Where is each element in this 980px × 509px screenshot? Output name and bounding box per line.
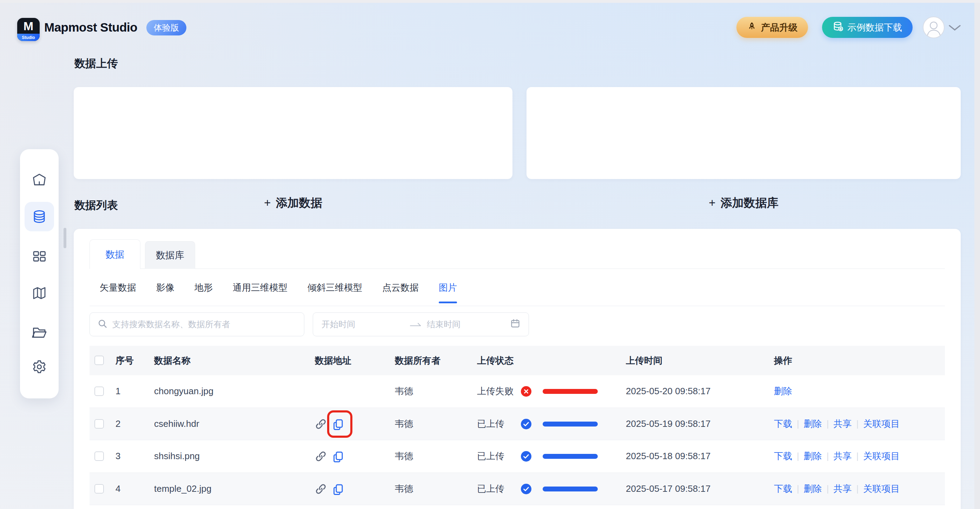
subtab-0[interactable]: 矢量数据 (100, 280, 136, 296)
select-all-checkbox[interactable] (94, 356, 104, 365)
logo-sub-label: Studio (17, 34, 40, 41)
map-icon (32, 285, 47, 301)
sidebar-item-settings[interactable] (32, 359, 47, 375)
subtab-5[interactable]: 点云数据 (382, 280, 419, 296)
action-separator: | (827, 484, 829, 494)
table-row-2: 2csehiiw.hdr韦德2025-05-19 09:58:17已上传下载|删… (89, 408, 945, 441)
action-link-1[interactable]: 删除 (804, 450, 822, 462)
table-row-4: 4temple_02.jpg韦德2025-05-17 09:58:17已上传下载… (89, 473, 945, 506)
row-index: 4 (116, 473, 120, 505)
status-success-icon (521, 484, 531, 494)
page-scrollbar[interactable] (974, 3, 980, 509)
column-header-5: 上传时间 (626, 346, 662, 375)
upload-time-cell: 2025-05-19 09:58:17 (626, 408, 710, 440)
home-icon (32, 172, 47, 188)
date-range-picker[interactable]: 开始时间 结束时间 (313, 312, 529, 336)
row-checkbox[interactable] (94, 419, 104, 429)
action-link-0[interactable]: 下载 (774, 450, 792, 462)
action-link-3[interactable]: 关联项目 (863, 483, 900, 495)
tab-database[interactable]: 数据库 (145, 241, 195, 269)
chevron-down-icon[interactable] (948, 25, 961, 32)
action-separator: | (856, 451, 859, 461)
copy-icon[interactable] (332, 483, 344, 495)
link-icon[interactable] (315, 418, 327, 430)
status-error-icon (521, 386, 531, 397)
action-link-2[interactable]: 共享 (834, 450, 852, 462)
product-upgrade-button[interactable]: 产品升级 (737, 17, 808, 38)
action-link-3[interactable]: 关联项目 (863, 450, 900, 462)
subtab-4[interactable]: 倾斜三维模型 (307, 280, 362, 296)
row-actions: 下载|删除|共享|关联项目 (774, 440, 900, 472)
action-link-1[interactable]: 删除 (804, 483, 822, 495)
column-header-3: 数据所有者 (395, 346, 441, 375)
action-link-2[interactable]: 共享 (834, 418, 852, 430)
plus-icon: + (709, 196, 715, 209)
status-success-icon (521, 451, 531, 461)
row-checkbox[interactable] (94, 452, 104, 461)
row-actions: 下载|删除|共享|关联项目 (774, 473, 900, 505)
upload-progress-bar (542, 422, 598, 426)
upload-progress-bar (542, 487, 598, 492)
folder-icon (32, 325, 47, 340)
subtab-3[interactable]: 通用三维模型 (233, 280, 288, 296)
data-owner-cell: 韦德 (395, 473, 413, 505)
link-icon[interactable] (315, 450, 327, 462)
search-input[interactable]: 支持搜索数据名称、数据所有者 (89, 312, 304, 336)
annotation-red-circle (327, 410, 352, 438)
upload-status-label: 上传失败 (477, 375, 514, 407)
action-separator: | (856, 484, 859, 494)
action-separator: | (797, 418, 799, 429)
tab-data[interactable]: 数据 (89, 239, 140, 269)
sidebar-drag-handle[interactable] (64, 228, 66, 248)
action-link-0[interactable]: 下载 (774, 418, 792, 430)
action-separator: | (827, 418, 829, 429)
trial-badge: 体验版 (146, 20, 186, 35)
row-checkbox[interactable] (94, 387, 104, 396)
sidebar-item-home[interactable] (32, 172, 47, 188)
column-header-1: 数据名称 (154, 346, 191, 375)
action-link-3[interactable]: 关联项目 (863, 418, 900, 430)
data-name-cell: shsihsi.png (154, 440, 200, 472)
row-index: 1 (116, 375, 120, 407)
copy-icon[interactable] (332, 450, 344, 462)
sidebar-item-apps[interactable] (32, 248, 47, 264)
subtab-6[interactable]: 图片 (439, 280, 457, 296)
sidebar-item-data[interactable] (32, 209, 47, 224)
subtab-2[interactable]: 地形 (194, 280, 213, 296)
plus-icon: + (264, 196, 270, 209)
data-owner-cell: 韦德 (395, 375, 413, 407)
add-data-card[interactable]: +添加数据 支持上传矢量数据、影像、地形、通用三维模型、倾斜三维模型 点云数据、… (74, 87, 512, 179)
sample-data-download-label: 示例数据下载 (847, 21, 902, 34)
data-owner-cell: 韦德 (395, 408, 413, 440)
row-checkbox[interactable] (94, 484, 104, 493)
data-name-cell: temple_02.jpg (154, 473, 211, 505)
add-database-title: +添加数据库 (527, 195, 961, 211)
data-name-cell: csehiiw.hdr (154, 408, 199, 440)
avatar-person-icon (930, 22, 937, 29)
column-header-2: 数据地址 (315, 346, 352, 375)
search-placeholder: 支持搜索数据名称、数据所有者 (112, 319, 230, 330)
action-link-1[interactable]: 删除 (804, 418, 822, 430)
action-link-0[interactable]: 删除 (774, 385, 792, 398)
sample-data-download-button[interactable]: 示例数据下载 (822, 17, 913, 38)
action-link-0[interactable]: 下载 (774, 483, 792, 495)
action-link-2[interactable]: 共享 (834, 483, 852, 495)
user-avatar[interactable] (923, 16, 945, 38)
sidebar-item-files[interactable] (32, 325, 47, 340)
data-type-subtabs: 矢量数据影像地形通用三维模型倾斜三维模型点云数据图片 (100, 280, 457, 296)
data-owner-cell: 韦德 (395, 440, 413, 472)
upload-time-cell: 2025-05-18 09:58:17 (626, 440, 710, 472)
action-separator: | (797, 484, 799, 494)
database-icon (32, 209, 47, 224)
sidebar-item-map[interactable] (32, 285, 47, 301)
sidebar (20, 149, 59, 398)
link-icon[interactable] (315, 483, 327, 495)
table-row-3: 3shsihsi.png韦德2025-05-18 09:58:17已上传下载|删… (89, 440, 945, 473)
table-row-1: 1chongyuan.jpg韦德2025-05-20 09:58:17上传失败删… (89, 375, 945, 408)
add-database-card[interactable]: +添加数据库 支持连接数据库 (527, 87, 961, 179)
row-actions: 删除 (774, 375, 792, 407)
subtab-1[interactable]: 影像 (156, 280, 175, 296)
search-icon (97, 319, 107, 330)
upload-progress-bar (542, 454, 598, 459)
range-arrow-icon (409, 320, 422, 329)
